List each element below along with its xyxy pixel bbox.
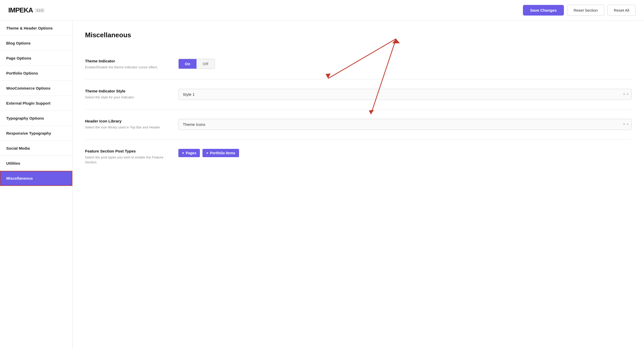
sidebar: Theme & Header Options Blog Options Page… — [0, 21, 73, 349]
toggle-off-button[interactable]: Off — [197, 59, 215, 69]
theme-indicator-field-row: Theme Indicator Enable/Disable the theme… — [85, 59, 632, 70]
header-actions: Save Changes Reset Section Reset All — [523, 5, 636, 16]
sidebar-item-label: Theme & Header Options — [6, 26, 53, 30]
theme-indicator-style-section: Theme Indicator Style Select the style f… — [85, 79, 632, 110]
logo-area: IMPEKA 1.1.3 — [8, 6, 45, 14]
sidebar-item-label: Typography Options — [6, 116, 44, 120]
sidebar-item-typography[interactable]: Typography Options — [0, 111, 72, 126]
sidebar-item-blog[interactable]: Blog Options — [0, 36, 72, 51]
field-label-col: Theme Indicator Enable/Disable the theme… — [85, 59, 168, 70]
sidebar-item-label: WooCommerce Options — [6, 86, 51, 90]
tag-pages[interactable]: × Pages — [178, 149, 200, 157]
theme-indicator-toggle: On Off — [178, 59, 215, 69]
sidebar-item-external-plugin[interactable]: External Plugin Support — [0, 96, 72, 111]
sidebar-item-label: Miscellaneous — [6, 176, 33, 180]
sidebar-item-page[interactable]: Page Options — [0, 51, 72, 66]
theme-indicator-style-desc: Select the style for your indicator. — [85, 95, 168, 100]
header-icon-library-desc: Select the icon library used in Top Bar … — [85, 125, 168, 130]
theme-indicator-style-select[interactable]: Style 1 Style 2 Style 3 — [178, 89, 632, 100]
field-label-col: Header Icon Library Select the icon libr… — [85, 119, 168, 130]
theme-indicator-style-select-wrapper: Style 1 Style 2 Style 3 × ▾ — [178, 89, 632, 100]
feature-section-post-types-field-row: Feature Section Post Types Select the po… — [85, 149, 632, 165]
theme-indicator-style-control: Style 1 Style 2 Style 3 × ▾ — [178, 89, 632, 100]
feature-section-post-types-control: × Pages × Portfolio Items — [178, 149, 632, 157]
theme-indicator-style-field-row: Theme Indicator Style Select the style f… — [85, 89, 632, 100]
version-badge: 1.1.3 — [35, 8, 44, 12]
app-header: IMPEKA 1.1.3 Save Changes Reset Section … — [0, 0, 644, 21]
tag-remove-icon: × — [182, 151, 184, 155]
reset-section-button[interactable]: Reset Section — [567, 5, 604, 16]
sidebar-item-label: Blog Options — [6, 41, 31, 45]
sidebar-item-label: Social Media — [6, 146, 30, 150]
feature-section-post-types-section: Feature Section Post Types Select the po… — [85, 140, 632, 174]
sidebar-item-label: Portfolio Options — [6, 71, 38, 75]
reset-all-button[interactable]: Reset All — [607, 5, 636, 16]
save-changes-button[interactable]: Save Changes — [523, 5, 564, 16]
header-icon-library-select-wrapper: Theme Icons Font Awesome Material Icons … — [178, 119, 632, 130]
sidebar-item-miscellaneous[interactable]: Miscellaneous — [0, 171, 72, 186]
tags-container: × Pages × Portfolio Items — [178, 149, 239, 157]
sidebar-item-label: Page Options — [6, 56, 31, 60]
feature-section-post-types-desc: Select the post types you wish to enable… — [85, 155, 168, 165]
logo-text: IMPEKA — [8, 6, 33, 14]
theme-indicator-desc: Enable/Disable the theme Indicator curso… — [85, 65, 168, 70]
header-icon-library-label: Header Icon Library — [85, 119, 168, 123]
tag-label: Portfolio Items — [210, 151, 235, 155]
sidebar-item-utilities[interactable]: Utilities — [0, 156, 72, 171]
header-icon-library-select[interactable]: Theme Icons Font Awesome Material Icons — [178, 119, 632, 130]
theme-indicator-style-label: Theme Indicator Style — [85, 89, 168, 93]
header-icon-library-section: Header Icon Library Select the icon libr… — [85, 110, 632, 140]
sidebar-item-theme-header[interactable]: Theme & Header Options — [0, 21, 72, 36]
sidebar-item-label: Utilities — [6, 161, 20, 165]
theme-indicator-control: On Off — [178, 59, 632, 69]
page-title: Miscellaneous — [85, 31, 632, 39]
theme-indicator-section: Theme Indicator Enable/Disable the theme… — [85, 49, 632, 79]
sidebar-item-responsive-typography[interactable]: Responsive Typography — [0, 126, 72, 141]
field-label-col: Feature Section Post Types Select the po… — [85, 149, 168, 165]
header-icon-library-field-row: Header Icon Library Select the icon libr… — [85, 119, 632, 130]
tag-remove-icon: × — [206, 151, 208, 155]
field-label-col: Theme Indicator Style Select the style f… — [85, 89, 168, 100]
sidebar-item-label: Responsive Typography — [6, 131, 51, 135]
sidebar-item-woocommerce[interactable]: WooCommerce Options — [0, 81, 72, 96]
header-icon-library-control: Theme Icons Font Awesome Material Icons … — [178, 119, 632, 130]
tag-label: Pages — [186, 151, 196, 155]
toggle-on-button[interactable]: On — [179, 59, 197, 69]
theme-indicator-label: Theme Indicator — [85, 59, 168, 63]
feature-section-post-types-label: Feature Section Post Types — [85, 149, 168, 153]
sidebar-item-label: External Plugin Support — [6, 101, 51, 105]
main-content: Miscellaneous Theme Indicator Enable/Dis… — [73, 21, 644, 349]
sidebar-item-portfolio[interactable]: Portfolio Options — [0, 66, 72, 81]
tag-portfolio-items[interactable]: × Portfolio Items — [202, 149, 239, 157]
main-layout: Theme & Header Options Blog Options Page… — [0, 21, 644, 349]
sidebar-item-social-media[interactable]: Social Media — [0, 141, 72, 156]
svg-marker-4 — [392, 39, 400, 43]
